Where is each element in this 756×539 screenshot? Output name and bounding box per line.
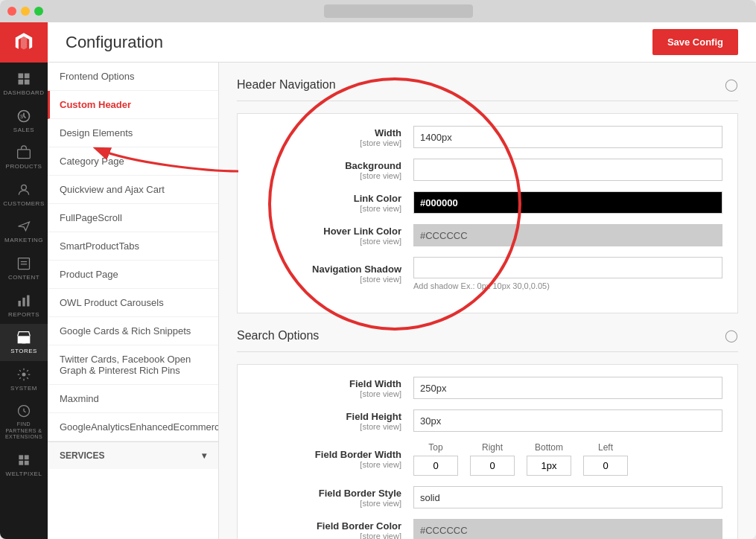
sidebar-item-content-label: Content	[8, 274, 39, 281]
background-input[interactable]	[413, 159, 722, 181]
marketing-icon	[16, 219, 31, 234]
hover-link-color-label: Hover Link Color [store view]	[252, 226, 401, 246]
svg-rect-18	[19, 455, 23, 459]
svg-rect-12	[22, 297, 25, 306]
nav-shadow-row: Navigation Shadow [store view] Add shado…	[252, 257, 722, 290]
border-right-input[interactable]	[470, 456, 515, 476]
field-border-color-label-main: Field Border Color	[252, 520, 401, 532]
field-width-row: Field Width [store view]	[252, 377, 722, 399]
main-content: Configuration Save Config Frontend Optio…	[48, 22, 756, 539]
svg-rect-13	[27, 295, 29, 306]
svg-rect-19	[25, 455, 29, 459]
sidebar-item-weltpixel[interactable]: WeltPixel	[0, 447, 48, 484]
sidebar-item-partners-label: Find Partners & Extensions	[3, 421, 45, 440]
window-chrome	[0, 0, 756, 22]
nav-item-category-page[interactable]: Category Page	[48, 147, 218, 176]
field-border-color-input[interactable]	[413, 519, 722, 539]
svg-text:$: $	[20, 112, 24, 119]
border-left-header: Left	[583, 442, 628, 453]
nav-shadow-label-sub: [store view]	[252, 275, 401, 284]
svg-rect-15	[22, 339, 26, 344]
svg-rect-1	[25, 74, 30, 79]
header-navigation-title: Header Navigation	[237, 78, 336, 92]
sidebar-item-dashboard-label: Dashboard	[3, 89, 44, 97]
save-config-button[interactable]: Save Config	[652, 29, 738, 55]
magento-logo-icon	[12, 31, 36, 54]
nav-item-google-analytics[interactable]: GoogleAnalyticsEnhancedEcommerce	[48, 413, 218, 441]
minimize-btn[interactable]	[21, 7, 30, 16]
sidebar-item-marketing[interactable]: Marketing	[0, 213, 48, 250]
header-navigation-form: Width [store view] Background [store vie…	[237, 113, 738, 313]
field-border-style-label-main: Field Border Style	[252, 488, 401, 499]
sidebar-item-content[interactable]: Content	[0, 250, 48, 287]
field-width-label-sub: [store view]	[252, 389, 401, 398]
sidebar-item-products[interactable]: Products	[0, 139, 48, 176]
field-border-style-label: Field Border Style [store view]	[252, 488, 401, 508]
sidebar-item-reports[interactable]: Reports	[0, 287, 48, 325]
svg-rect-20	[19, 460, 23, 465]
nav-item-product-page[interactable]: Product Page	[48, 261, 218, 289]
svg-point-7	[22, 185, 27, 190]
customers-icon	[16, 182, 31, 197]
close-btn[interactable]	[7, 7, 16, 16]
sidebar-item-marketing-label: Marketing	[4, 237, 43, 244]
sidebar-item-sales[interactable]: $ Sales	[0, 103, 48, 140]
nav-item-twitter-cards[interactable]: Twitter Cards, Facebook Open Graph & Pin…	[48, 345, 218, 385]
sidebar-item-customers[interactable]: Customers	[0, 176, 48, 214]
weltpixel-icon	[16, 453, 31, 468]
nav-item-owl-carousels[interactable]: OWL Product Carousels	[48, 289, 218, 317]
link-color-input[interactable]	[413, 191, 722, 214]
width-row: Width [store view]	[252, 126, 722, 148]
nav-item-maxmind[interactable]: Maxmind	[48, 385, 218, 413]
width-input[interactable]	[413, 126, 722, 148]
nav-item-google-cards[interactable]: Google Cards & Rich Snippets	[48, 317, 218, 345]
border-top-input[interactable]	[413, 456, 458, 476]
sidebar-item-weltpixel-label: WeltPixel	[6, 471, 42, 478]
width-label-sub: [store view]	[252, 138, 401, 147]
field-border-width-label: Field Border Width [store view]	[252, 449, 401, 469]
hover-link-color-label-main: Hover Link Color	[252, 226, 401, 237]
background-label-main: Background	[252, 160, 401, 171]
svg-point-16	[22, 372, 26, 376]
header-navigation-collapse-btn[interactable]: ◯	[725, 77, 738, 92]
nav-item-smartproducttabs[interactable]: SmartProductTabs	[48, 232, 218, 261]
sidebar-item-system[interactable]: System	[0, 361, 48, 398]
field-border-style-input[interactable]	[413, 486, 722, 508]
sidebar-item-find-partners[interactable]: Find Partners & Extensions	[0, 398, 48, 446]
field-height-input[interactable]	[413, 409, 722, 432]
hover-link-color-input[interactable]	[413, 224, 722, 246]
search-options-section-header: Search Options ◯	[237, 328, 738, 352]
content-icon	[16, 256, 31, 271]
sidebar-item-stores[interactable]: Stores	[0, 324, 48, 361]
width-label-main: Width	[252, 127, 401, 138]
nav-shadow-label-main: Navigation Shadow	[252, 264, 401, 275]
left-nav-services[interactable]: SERVICES ▾	[48, 441, 218, 469]
nav-item-quickview[interactable]: Quickview and Ajax Cart	[48, 176, 218, 204]
search-options-collapse-btn[interactable]: ◯	[725, 328, 738, 342]
nav-item-custom-header[interactable]: Custom Header	[48, 91, 218, 119]
svg-rect-0	[19, 74, 24, 79]
sidebar-item-system-label: System	[10, 385, 37, 392]
field-border-width-group: Top Right Bottom Left	[413, 442, 722, 476]
link-color-label-main: Link Color	[252, 193, 401, 204]
width-label: Width [store view]	[252, 127, 401, 147]
border-left-input[interactable]	[583, 456, 628, 476]
maximize-btn[interactable]	[34, 7, 43, 16]
field-border-color-row: Field Border Color [store view]	[252, 519, 722, 539]
partners-icon	[16, 404, 31, 418]
svg-rect-11	[19, 301, 21, 307]
address-bar	[324, 4, 473, 18]
left-nav: Frontend Options Custom Header Design El…	[48, 63, 219, 539]
nav-item-frontend-options[interactable]: Frontend Options	[48, 63, 218, 91]
nav-item-design-elements[interactable]: Design Elements	[48, 119, 218, 147]
nav-item-fullpagescroll[interactable]: FullPageScroll	[48, 204, 218, 232]
field-width-input[interactable]	[413, 377, 722, 399]
nav-shadow-input[interactable]	[413, 257, 722, 278]
field-width-label: Field Width [store view]	[252, 378, 401, 398]
border-bottom-input[interactable]	[527, 456, 571, 476]
border-bottom-header: Bottom	[527, 442, 571, 453]
sidebar-item-customers-label: Customers	[3, 200, 44, 208]
sidebar-item-stores-label: Stores	[10, 348, 37, 355]
sidebar-item-dashboard[interactable]: Dashboard	[0, 66, 48, 103]
border-right-header: Right	[470, 442, 515, 453]
